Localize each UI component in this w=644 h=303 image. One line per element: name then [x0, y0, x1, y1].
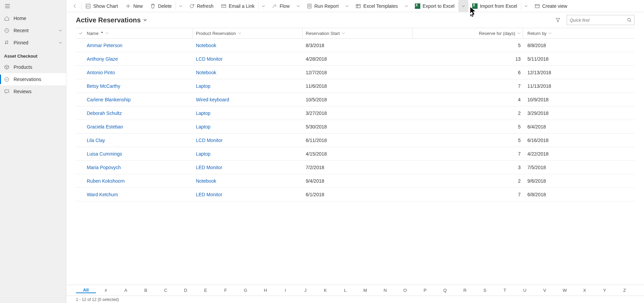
name-link[interactable]: Ruben Kokshoorn	[87, 178, 125, 184]
table-row[interactable]: Anthony Glaze LCD Monitor 4/28/2018 13 5…	[76, 52, 635, 66]
table-row[interactable]: Luisa Cummings Laptop 4/15/2018 7 4/22/2…	[76, 147, 635, 161]
product-link[interactable]: Notebook	[196, 43, 216, 48]
table-row[interactable]: Maria Popovych LED Monitor 7/2/2018 3 7/…	[76, 161, 635, 174]
quick-find[interactable]	[567, 15, 635, 25]
flow-button[interactable]: Flow	[268, 0, 294, 12]
col-header-start[interactable]: Reservation Start	[306, 31, 416, 36]
alpha-c[interactable]: C	[156, 288, 176, 293]
alpha-r[interactable]: R	[455, 288, 475, 293]
search-icon[interactable]	[627, 18, 631, 22]
alpha-y[interactable]: Y	[595, 288, 615, 293]
name-link[interactable]: Betsy McCarthy	[87, 83, 120, 89]
alpha-k[interactable]: K	[315, 288, 335, 293]
hamburger-button[interactable]	[0, 0, 66, 12]
refresh-button[interactable]: Refresh	[185, 0, 217, 12]
product-link[interactable]: LED Monitor	[196, 192, 222, 197]
alpha-j[interactable]: J	[295, 288, 315, 293]
view-title-dropdown[interactable]: Active Reservations	[76, 16, 147, 24]
quick-find-input[interactable]	[570, 18, 627, 23]
import-excel-button[interactable]: Import from Excel	[468, 0, 521, 12]
col-header-name[interactable]: Name	[85, 31, 196, 36]
name-link[interactable]: Luisa Cummings	[87, 151, 122, 157]
alpha-h[interactable]: H	[256, 288, 276, 293]
back-button[interactable]	[68, 0, 81, 12]
name-link[interactable]: Ward Ketchum	[87, 192, 118, 197]
table-row[interactable]: Antonio Pinto Notebook 12/7/2018 6 12/13…	[76, 66, 635, 79]
alpha-q[interactable]: Q	[435, 288, 455, 293]
product-link[interactable]: LCD Monitor	[196, 56, 223, 62]
alpha-n[interactable]: N	[375, 288, 395, 293]
show-chart-button[interactable]: Show Chart	[82, 0, 122, 12]
export-excel-dropdown[interactable]	[459, 0, 468, 12]
product-link[interactable]: Wired keyboard	[196, 97, 229, 102]
filter-button[interactable]	[552, 15, 563, 25]
excel-templates-button[interactable]: Excel Templates	[352, 0, 402, 12]
delete-dropdown[interactable]	[176, 0, 185, 12]
alpha-d[interactable]: D	[176, 288, 196, 293]
alpha-i[interactable]: I	[276, 288, 296, 293]
flow-dropdown[interactable]	[294, 0, 303, 12]
product-link[interactable]: Laptop	[196, 83, 210, 89]
run-report-button[interactable]: Run Report	[303, 0, 343, 12]
alpha-z[interactable]: Z	[615, 288, 635, 293]
import-excel-dropdown[interactable]	[521, 0, 531, 12]
product-link[interactable]: Notebook	[196, 178, 216, 184]
table-row[interactable]: Ruben Kokshoorn Notebook 9/4/2018 2 9/6/…	[76, 174, 635, 188]
alpha-o[interactable]: O	[395, 288, 415, 293]
alpha-m[interactable]: M	[355, 288, 375, 293]
table-row[interactable]: Betsy McCarthy Laptop 11/6/2018 7 11/13/…	[76, 79, 635, 93]
nav-pinned[interactable]: Pinned	[0, 37, 66, 49]
table-row[interactable]: Ward Ketchum LED Monitor 6/1/2018 7 6/8/…	[76, 188, 635, 201]
product-link[interactable]: Laptop	[196, 110, 210, 116]
nav-reservations[interactable]: Reservations	[0, 73, 66, 85]
product-link[interactable]: Notebook	[196, 70, 216, 75]
alpha-f[interactable]: F	[216, 288, 236, 293]
col-header-product[interactable]: Product Reservation	[196, 31, 306, 36]
alpha-p[interactable]: P	[415, 288, 435, 293]
alpha-g[interactable]: G	[236, 288, 256, 293]
col-header-return[interactable]: Return by	[526, 31, 635, 36]
nav-products[interactable]: Products	[0, 61, 66, 73]
table-row[interactable]: Ammar Peterson Notebook 8/3/2018 5 8/8/2…	[76, 39, 635, 52]
product-link[interactable]: Laptop	[196, 151, 210, 157]
name-link[interactable]: Lila Clay	[87, 138, 105, 143]
product-link[interactable]: LCD Monitor	[196, 138, 223, 143]
alpha-x[interactable]: X	[575, 288, 595, 293]
chevron-down-icon[interactable]	[59, 28, 62, 33]
alpha-all[interactable]: All	[76, 287, 96, 293]
delete-button[interactable]: Delete	[146, 0, 175, 12]
product-link[interactable]: Laptop	[196, 124, 210, 129]
select-all-checkbox[interactable]	[76, 31, 85, 35]
product-link[interactable]: LED Monitor	[196, 165, 222, 170]
alpha-e[interactable]: E	[196, 288, 216, 293]
nav-home[interactable]: Home	[0, 12, 66, 24]
col-header-days[interactable]: Reserve for (days)	[416, 31, 526, 36]
export-excel-button[interactable]: Export to Excel	[411, 0, 458, 12]
name-link[interactable]: Carlene Blankenship	[87, 97, 130, 102]
nav-recent[interactable]: Recent	[0, 24, 66, 37]
name-link[interactable]: Deborah Schultz	[87, 110, 122, 116]
name-link[interactable]: Antonio Pinto	[87, 70, 115, 75]
alpha-t[interactable]: T	[495, 288, 515, 293]
nav-reviews[interactable]: Reviews	[0, 85, 66, 98]
grid-body[interactable]: Ammar Peterson Notebook 8/3/2018 5 8/8/2…	[76, 39, 635, 285]
alpha-a[interactable]: A	[116, 288, 136, 293]
email-dropdown[interactable]	[259, 0, 268, 12]
alpha-v[interactable]: V	[535, 288, 555, 293]
email-link-button[interactable]: Email a Link	[217, 0, 258, 12]
alpha-s[interactable]: S	[475, 288, 495, 293]
table-row[interactable]: Deborah Schultz Laptop 3/27/2018 2 3/29/…	[76, 106, 635, 120]
name-link[interactable]: Ammar Peterson	[87, 43, 122, 48]
run-report-dropdown[interactable]	[342, 0, 352, 12]
create-view-button[interactable]: Create view	[531, 0, 571, 12]
chevron-down-icon[interactable]	[59, 40, 62, 45]
table-row[interactable]: Graciela Esteban Laptop 5/30/2018 5 6/4/…	[76, 120, 635, 134]
excel-templates-dropdown[interactable]	[402, 0, 411, 12]
table-row[interactable]: Lila Clay LCD Monitor 6/11/2018 5 6/16/2…	[76, 134, 635, 147]
new-button[interactable]: New	[122, 0, 146, 12]
alpha-b[interactable]: B	[136, 288, 156, 293]
name-link[interactable]: Maria Popovych	[87, 165, 121, 170]
name-link[interactable]: Graciela Esteban	[87, 124, 123, 129]
alpha-u[interactable]: U	[515, 288, 535, 293]
name-link[interactable]: Anthony Glaze	[87, 56, 118, 62]
